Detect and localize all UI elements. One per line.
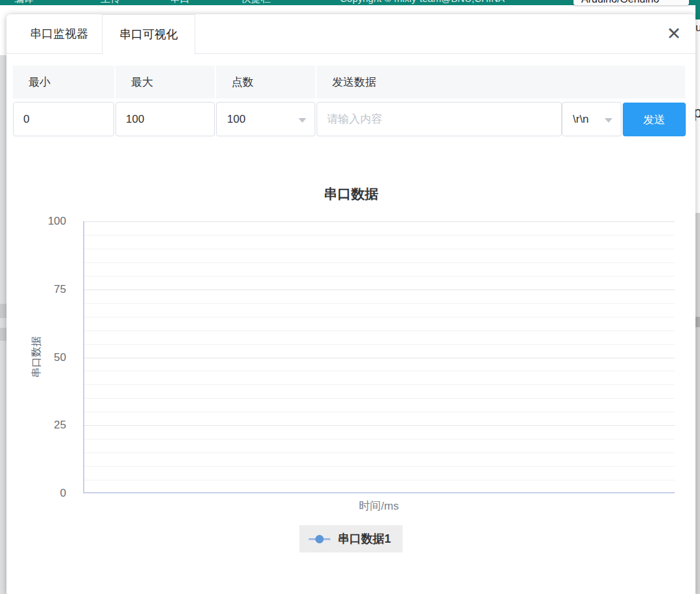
background-left-block: [0, 328, 6, 341]
gridline: [84, 358, 675, 358]
chart-title: 串口数据: [6, 185, 695, 203]
gridline: [84, 235, 675, 236]
board-selector[interactable]: Arduino/Genuino: [573, 0, 689, 5]
gridline: [84, 439, 675, 439]
plot-area: [83, 221, 675, 493]
gridline: [84, 344, 675, 345]
gridline: [84, 480, 675, 480]
x-axis-label: 时间/ms: [83, 499, 675, 514]
tab-bar: 串口监视器 串口可视化: [6, 14, 695, 54]
board-name: Arduino/Genuino: [581, 0, 659, 5]
background-scrollbar-track[interactable]: [695, 213, 700, 594]
chevron-down-icon: [298, 118, 306, 123]
chevron-down-icon: [605, 118, 612, 123]
y-axis-label: 串口数据: [30, 336, 43, 378]
min-input[interactable]: [13, 102, 114, 136]
y-tick-label: 100: [48, 215, 66, 228]
background-left-edge: [0, 55, 6, 594]
toolbar-item-serial[interactable]: 串口: [170, 0, 189, 5]
legend-series-label: 串口数据1: [337, 531, 391, 547]
toolbar-item-upload[interactable]: 上传: [101, 0, 120, 5]
gridline: [84, 262, 675, 263]
points-select[interactable]: 100: [216, 102, 315, 136]
gridline: [84, 249, 675, 249]
gridline: [84, 452, 675, 453]
toolbar-item-shortcut-bar[interactable]: 快捷栏: [241, 0, 271, 5]
background-left-block: [0, 304, 6, 318]
max-header: 最大: [115, 66, 215, 99]
line-ending-value: \r\n: [573, 113, 589, 125]
gridline: [84, 276, 675, 277]
min-header: 最小: [13, 66, 114, 99]
gridline: [84, 330, 675, 331]
close-icon[interactable]: ✕: [666, 21, 681, 47]
background-scrollbar-thumb[interactable]: [695, 317, 700, 327]
gridline: [84, 303, 675, 304]
send-button[interactable]: 发送: [623, 103, 686, 136]
legend-item[interactable]: 串口数据1: [299, 525, 402, 552]
gridline: [84, 412, 675, 412]
gridline: [84, 317, 675, 317]
gridline: [84, 425, 675, 426]
line-ending-select[interactable]: \r\n: [562, 102, 622, 136]
y-tick-label: 25: [54, 419, 66, 432]
serial-dialog: 串口监视器 串口可视化 ✕ 最小 最大 点数 发送数据 100 \r\n 发送 …: [6, 14, 695, 594]
points-header: 点数: [216, 66, 315, 99]
gridline: [84, 398, 675, 399]
gridline: [84, 384, 675, 385]
send-data-header: 发送数据: [317, 66, 685, 99]
tab-serial-visualization[interactable]: 串口可视化: [102, 14, 195, 55]
gridline: [84, 466, 675, 467]
toolbar-edge: [695, 5, 700, 19]
toolbar-item-compile[interactable]: 编译: [14, 0, 34, 5]
y-tick-label: 50: [54, 351, 66, 364]
points-select-value: 100: [227, 113, 245, 125]
copyright-text: Copyright © mixly-team@BNU,CHINA: [340, 0, 505, 4]
line-series-icon: [308, 535, 330, 543]
max-input[interactable]: [115, 102, 215, 136]
y-tick-label: 75: [54, 283, 66, 296]
tab-serial-monitor[interactable]: 串口监视器: [13, 14, 105, 54]
gridline: [84, 290, 675, 290]
background-text-fragment: u: [695, 21, 700, 34]
gridline: [84, 221, 675, 222]
gridline: [84, 371, 675, 371]
send-data-input[interactable]: [317, 102, 562, 136]
y-tick-label: 0: [60, 487, 66, 500]
